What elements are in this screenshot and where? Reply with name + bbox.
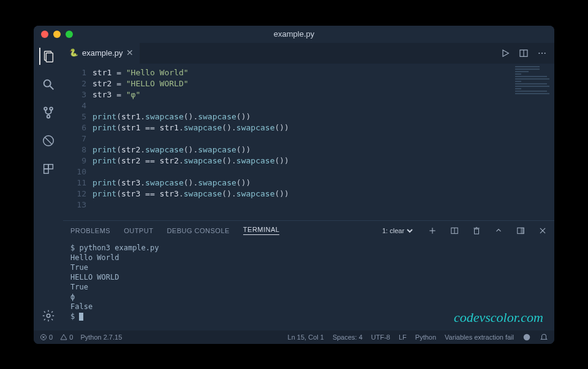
explorer-icon[interactable] [39,48,56,65]
feedback-icon[interactable] [522,333,531,341]
status-language[interactable]: Python [415,334,436,341]
maximize-window-button[interactable] [66,31,73,38]
svg-rect-1 [46,53,53,62]
window-title: example.py [34,29,554,39]
status-encoding[interactable]: UTF-8 [371,334,390,341]
svg-point-34 [524,334,530,340]
editor-window: example.py [34,26,554,344]
svg-rect-10 [48,164,53,168]
search-icon[interactable] [40,76,57,93]
svg-line-8 [45,137,52,144]
more-actions-icon[interactable] [537,48,547,58]
tab-actions [500,43,554,64]
status-eol[interactable]: LF [399,334,407,341]
svg-line-3 [50,86,54,89]
close-tab-icon[interactable]: ✕ [126,48,134,58]
activity-bar [34,43,63,330]
split-terminal-icon[interactable] [450,226,459,235]
titlebar: example.py [34,26,554,43]
notifications-bell-icon[interactable] [540,333,548,341]
line-gutter: 12345678910111213 [63,64,92,220]
maximize-panel-icon[interactable] [494,226,503,235]
svg-point-4 [44,107,47,110]
tab-output[interactable]: OUTPUT [124,227,153,234]
code-editor[interactable]: 12345678910111213 str1 = "Hello World"st… [63,64,554,220]
panel-tabs: PROBLEMS OUTPUT DEBUG CONSOLE TERMINAL 1… [63,221,554,240]
tab-bar: 🐍 example.py ✕ [63,43,554,64]
python-file-icon: 🐍 [69,48,78,57]
tab-problems[interactable]: PROBLEMS [70,227,110,234]
bottom-panel: PROBLEMS OUTPUT DEBUG CONSOLE TERMINAL 1… [63,220,554,330]
source-control-icon[interactable] [40,104,57,121]
svg-point-12 [47,314,50,318]
svg-point-18 [545,52,546,53]
panel-position-icon[interactable] [516,226,525,235]
kill-terminal-icon[interactable] [472,226,481,235]
svg-rect-27 [521,228,524,233]
svg-point-2 [44,80,51,86]
tab-example-py[interactable]: 🐍 example.py ✕ [63,43,140,64]
svg-rect-23 [475,229,479,234]
traffic-lights [41,31,73,38]
terminal-output[interactable]: $ python3 example.pyHello WorldTrueHELLO… [63,240,554,330]
status-cursor-position[interactable]: Ln 15, Col 1 [288,334,324,341]
svg-point-16 [538,52,540,53]
tab-label: example.py [82,48,123,58]
minimap[interactable] [515,66,552,103]
tab-debug-console[interactable]: DEBUG CONSOLE [167,227,229,234]
new-terminal-icon[interactable] [428,226,437,235]
extensions-icon[interactable] [40,160,57,177]
split-editor-icon[interactable] [519,48,529,58]
status-warnings[interactable]: 0 [60,334,73,341]
svg-rect-11 [44,169,48,173]
close-window-button[interactable] [41,31,48,38]
terminal-selector[interactable]: 1: clear [380,226,415,235]
svg-point-17 [541,52,543,53]
status-bar: 0 0 Python 2.7.15 Ln 15, Col 1 Spaces: 4… [34,330,554,344]
svg-marker-33 [61,334,67,340]
main-area: 🐍 example.py ✕ 123456789 [63,43,554,330]
status-message[interactable]: Variables extraction fail [445,334,514,341]
svg-rect-9 [44,164,48,168]
status-errors[interactable]: 0 [40,334,53,341]
status-python-version[interactable]: Python 2.7.15 [80,334,122,341]
code-content: str1 = "Hello World"str2 = "HELLO WORLD"… [92,64,554,220]
status-indentation[interactable]: Spaces: 4 [333,334,363,341]
debug-icon[interactable] [40,132,57,149]
svg-marker-13 [503,50,508,56]
window-body: 🐍 example.py ✕ 123456789 [34,43,554,330]
tab-terminal[interactable]: TERMINAL [243,226,280,235]
svg-point-5 [50,107,53,110]
settings-gear-icon[interactable] [40,307,57,324]
svg-point-6 [47,115,50,118]
minimize-window-button[interactable] [53,31,61,38]
close-panel-icon[interactable] [538,226,547,235]
run-icon[interactable] [500,48,510,58]
